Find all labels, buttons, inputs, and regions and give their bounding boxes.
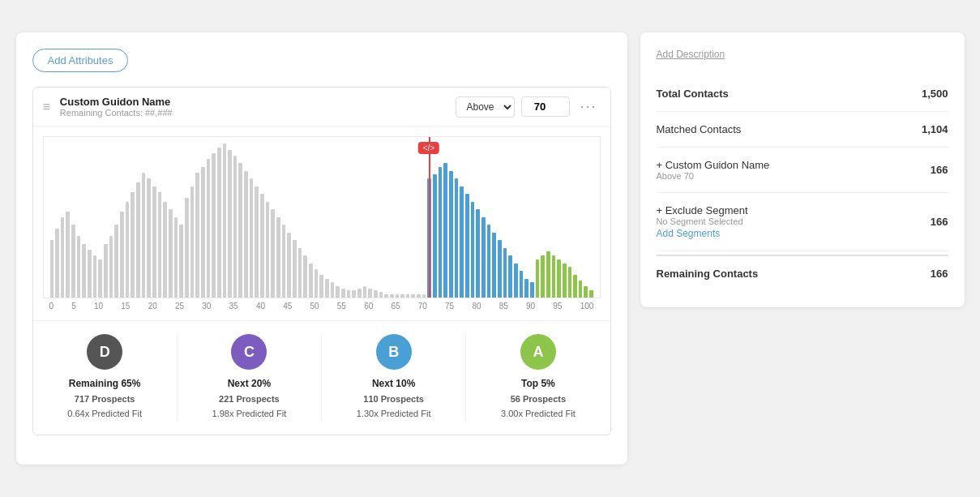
custom-guidon-value: 166 bbox=[931, 164, 948, 176]
filter-value-input[interactable] bbox=[521, 96, 570, 117]
x-axis: 0 5 10 15 20 25 30 35 40 45 50 55 60 65 … bbox=[43, 298, 601, 314]
bar-blue-7 bbox=[465, 194, 469, 298]
tier-item-c: CNext 20%221 Prospects1.98x Predicted Fi… bbox=[178, 334, 322, 421]
bar-grey-27 bbox=[195, 173, 199, 298]
remaining-contacts-value: 166 bbox=[931, 268, 948, 280]
bar-grey-52 bbox=[331, 282, 335, 298]
bar-grey-24 bbox=[179, 225, 183, 298]
bar-grey-14 bbox=[126, 202, 130, 298]
bar-green-7 bbox=[573, 275, 577, 298]
tier-label-a: Top 5% bbox=[521, 378, 555, 389]
tier-row: DRemaining 65%717 Prospects0.64x Predict… bbox=[33, 320, 610, 434]
bar-grey-13 bbox=[120, 212, 124, 298]
tier-badge-a: A bbox=[520, 334, 556, 370]
bar-blue-9 bbox=[476, 209, 480, 298]
bar-grey-54 bbox=[341, 289, 345, 298]
tier-badge-d: D bbox=[87, 334, 122, 370]
no-segment-text: No Segment Selected bbox=[657, 216, 748, 226]
exclude-segment-row: + Exclude Segment No Segment Selected Ad… bbox=[657, 193, 948, 251]
bar-grey-47 bbox=[303, 255, 307, 298]
total-contacts-label: Total Contacts bbox=[657, 88, 729, 100]
bar-grey-56 bbox=[352, 290, 356, 298]
bar-blue-4 bbox=[449, 171, 453, 298]
bar-grey-7 bbox=[88, 250, 92, 298]
tier-badge-c: C bbox=[231, 334, 267, 370]
bar-grey-57 bbox=[357, 289, 362, 298]
tier-stats-b: 110 Prospects1.30x Predicted Fit bbox=[357, 392, 431, 421]
bar-grey-20 bbox=[158, 192, 162, 298]
tier-label-c: Next 20% bbox=[228, 378, 271, 389]
bar-grey-55 bbox=[347, 290, 351, 298]
more-options-button[interactable]: ··· bbox=[576, 98, 600, 115]
bar-green-4 bbox=[557, 259, 561, 298]
custom-guidon-sub: Above 70 bbox=[657, 171, 770, 181]
bar-grey-4 bbox=[71, 225, 75, 298]
bar-grey-64 bbox=[396, 294, 400, 298]
bar-grey-12 bbox=[114, 225, 118, 298]
bar-green-0 bbox=[536, 259, 540, 298]
bar-grey-3 bbox=[66, 212, 70, 298]
bar-grey-37 bbox=[250, 178, 254, 298]
bar-blue-13 bbox=[498, 240, 502, 298]
bar-blue-5 bbox=[455, 178, 459, 298]
bar-grey-30 bbox=[212, 153, 216, 298]
total-contacts-row: Total Contacts 1,500 bbox=[657, 76, 948, 112]
bar-grey-63 bbox=[390, 294, 394, 298]
bar-blue-2 bbox=[439, 167, 443, 298]
filter-label-group: Custom Guidon Name Remaining Contacts: #… bbox=[60, 96, 456, 118]
bar-blue-14 bbox=[503, 248, 507, 298]
bar-grey-42 bbox=[276, 217, 280, 298]
bar-grey-45 bbox=[293, 240, 297, 298]
bar-grey-38 bbox=[255, 186, 259, 298]
threshold-handle[interactable]: </> bbox=[418, 142, 439, 154]
bar-grey-62 bbox=[384, 294, 388, 298]
bar-blue-1 bbox=[433, 174, 437, 298]
bar-green-9 bbox=[584, 286, 588, 298]
bar-grey-0 bbox=[50, 240, 54, 298]
bar-grey-51 bbox=[325, 279, 329, 298]
bar-green-8 bbox=[579, 281, 583, 298]
bar-grey-41 bbox=[271, 209, 275, 298]
exclude-segment-value: 166 bbox=[931, 216, 948, 228]
add-description-link[interactable]: Add Description bbox=[657, 49, 948, 60]
histogram-container: </> 0 5 10 15 20 25 30 35 40 45 50 55 60… bbox=[33, 126, 610, 314]
bar-grey-9 bbox=[98, 259, 102, 298]
bar-grey-32 bbox=[223, 144, 227, 298]
bar-grey-15 bbox=[131, 192, 135, 298]
bar-grey-26 bbox=[190, 186, 195, 298]
bar-blue-11 bbox=[487, 225, 491, 298]
bar-grey-5 bbox=[77, 236, 81, 298]
histogram-chart: </> bbox=[43, 136, 601, 298]
bar-grey-39 bbox=[260, 194, 264, 298]
left-panel: Add Attributes ≡ Custom Guidon Name Rema… bbox=[16, 32, 627, 464]
bar-grey-58 bbox=[363, 286, 367, 298]
custom-guidon-label: + Custom Guidon Name bbox=[657, 159, 770, 171]
tier-label-d: Remaining 65% bbox=[69, 378, 141, 389]
bar-grey-19 bbox=[152, 186, 156, 298]
bar-grey-2 bbox=[61, 217, 65, 298]
right-panel: Add Description Total Contacts 1,500 Mat… bbox=[640, 32, 965, 307]
drag-icon[interactable]: ≡ bbox=[43, 100, 50, 114]
bar-grey-31 bbox=[217, 148, 221, 298]
bar-grey-59 bbox=[368, 289, 372, 298]
tier-badge-b: B bbox=[376, 334, 412, 370]
bar-grey-50 bbox=[319, 275, 323, 298]
bar-grey-18 bbox=[147, 178, 151, 298]
bar-grey-67 bbox=[411, 294, 415, 298]
bar-grey-25 bbox=[185, 198, 189, 298]
bar-grey-61 bbox=[379, 292, 383, 298]
bar-grey-34 bbox=[233, 156, 238, 298]
bar-green-2 bbox=[546, 251, 550, 298]
bar-grey-35 bbox=[238, 163, 242, 298]
bar-green-1 bbox=[541, 255, 545, 298]
total-contacts-value: 1,500 bbox=[922, 88, 948, 100]
bar-grey-22 bbox=[169, 209, 173, 298]
add-segments-link[interactable]: Add Segments bbox=[657, 228, 748, 239]
bar-grey-11 bbox=[109, 236, 113, 298]
filter-dropdown[interactable]: Above Below Equal bbox=[456, 96, 515, 118]
bar-blue-15 bbox=[508, 255, 512, 298]
bar-grey-36 bbox=[244, 171, 248, 298]
bar-grey-10 bbox=[104, 244, 108, 298]
filter-sublabel: Remaining Contacts: ##,### bbox=[60, 108, 456, 118]
add-attributes-button[interactable]: Add Attributes bbox=[32, 49, 129, 72]
